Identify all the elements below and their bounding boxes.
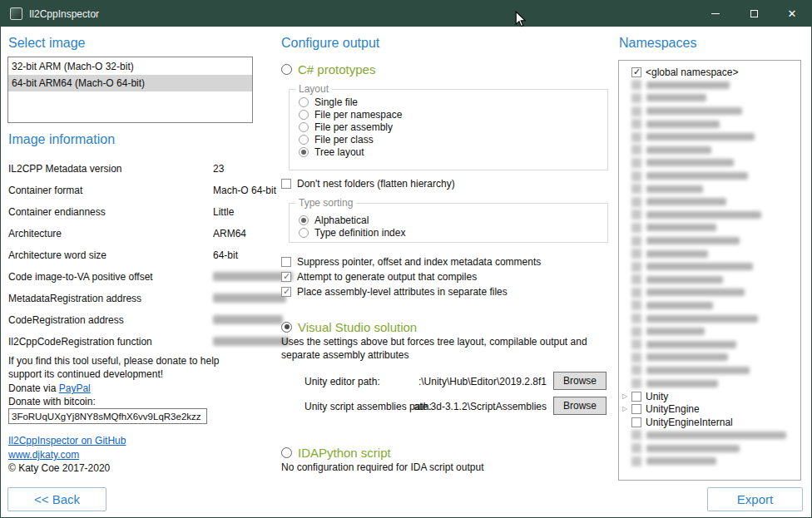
namespace-checkbox-icon[interactable] <box>631 158 641 168</box>
namespace-checkbox-icon[interactable] <box>631 365 641 375</box>
window-controls: ✕ <box>696 1 811 27</box>
namespace-checkbox-icon[interactable] <box>631 171 641 181</box>
select-image-header: Select image <box>8 36 86 51</box>
namespace-row[interactable] <box>622 274 797 287</box>
sorting-option[interactable]: Type definition index <box>299 226 607 239</box>
website-link[interactable]: www.djkaty.com <box>8 449 79 461</box>
namespace-row[interactable] <box>622 170 797 183</box>
namespace-checkbox-icon[interactable] <box>631 210 641 220</box>
namespace-row[interactable] <box>622 312 797 325</box>
github-link[interactable]: Il2CppInspector on GitHub <box>8 435 126 446</box>
namespace-checkbox-icon[interactable] <box>631 313 641 323</box>
image-list-item[interactable]: 64-bit ARM64 (Mach-O 64-bit) <box>8 75 252 91</box>
namespace-row[interactable] <box>622 286 797 299</box>
namespace-row[interactable] <box>622 455 797 468</box>
namespace-row[interactable]: UnityEngineInternal <box>622 416 797 429</box>
redacted-namespace <box>646 107 742 115</box>
namespace-row[interactable] <box>622 338 797 351</box>
namespace-checkbox-icon[interactable] <box>631 339 641 349</box>
image-listbox[interactable]: 32-bit ARM (Mach-O 32-bit) 64-bit ARM64 … <box>7 57 253 123</box>
option-checkbox[interactable]: Place assembly-level attributes in separ… <box>281 284 541 299</box>
namespace-row[interactable] <box>622 234 797 248</box>
namespace-checkbox-icon[interactable] <box>631 132 641 142</box>
namespace-checkbox-icon[interactable] <box>631 119 641 129</box>
namespace-checkbox-icon[interactable] <box>631 443 641 453</box>
namespace-checkbox-icon[interactable] <box>631 262 641 272</box>
close-button[interactable]: ✕ <box>773 1 811 27</box>
unity-editor-browse-button[interactable]: Browse <box>553 372 607 390</box>
namespace-row[interactable] <box>622 209 797 222</box>
namespace-row[interactable] <box>622 131 797 144</box>
namespace-checkbox-icon[interactable] <box>631 456 641 466</box>
back-button[interactable]: << Back <box>7 487 106 511</box>
redacted-namespace <box>646 263 753 270</box>
idapython-script-radio[interactable]: IDAPython script <box>281 445 391 460</box>
minimize-button[interactable] <box>696 1 735 27</box>
namespace-checkbox-icon[interactable] <box>631 184 641 194</box>
bitcoin-address-input[interactable] <box>8 408 207 424</box>
namespace-checkbox-icon[interactable] <box>631 430 641 440</box>
namespace-checkbox-icon[interactable] <box>631 327 641 337</box>
namespace-row[interactable] <box>622 260 797 274</box>
namespace-checkbox-icon[interactable] <box>631 106 641 116</box>
namespace-checkbox-icon[interactable] <box>631 288 641 298</box>
namespace-checkbox-icon[interactable] <box>631 392 641 402</box>
option-checkbox[interactable]: Attempt to generate output that compiles <box>281 269 541 284</box>
namespace-tree[interactable]: <global namespace> <box>618 60 801 481</box>
namespace-row[interactable] <box>622 351 797 364</box>
expander-icon[interactable] <box>622 406 631 412</box>
namespace-checkbox-icon[interactable] <box>631 223 641 233</box>
layout-option[interactable]: File per namespace <box>299 108 607 121</box>
namespace-row[interactable] <box>622 144 797 157</box>
csharp-prototypes-radio[interactable]: C# prototypes <box>281 62 375 76</box>
namespace-row[interactable] <box>622 364 797 377</box>
namespace-row[interactable] <box>622 442 797 455</box>
paypal-link[interactable]: PayPal <box>59 382 91 394</box>
namespace-row[interactable] <box>622 429 797 442</box>
namespace-checkbox-icon[interactable] <box>631 197 641 207</box>
namespace-checkbox-icon[interactable] <box>631 353 641 363</box>
namespace-checkbox-icon[interactable] <box>631 378 641 388</box>
namespace-row[interactable] <box>622 247 797 260</box>
namespace-checkbox-icon[interactable] <box>631 67 641 77</box>
namespace-row[interactable] <box>622 182 797 195</box>
namespace-row[interactable] <box>622 195 797 209</box>
namespace-row[interactable] <box>622 105 797 118</box>
title-bar[interactable]: Il2CppInspector ✕ <box>1 1 811 27</box>
namespace-checkbox-icon[interactable] <box>631 236 641 246</box>
namespace-row[interactable]: <global namespace> <box>622 66 797 79</box>
expander-icon[interactable] <box>622 393 631 400</box>
namespace-checkbox-icon[interactable] <box>631 274 641 284</box>
namespace-checkbox-icon[interactable] <box>631 417 641 427</box>
namespace-checkbox-icon[interactable] <box>631 93 641 103</box>
export-button[interactable]: Export <box>707 487 803 511</box>
maximize-button[interactable] <box>735 1 773 27</box>
option-label: Type definition index <box>314 227 405 239</box>
namespace-row[interactable] <box>622 156 797 170</box>
namespace-checkbox-icon[interactable] <box>631 249 641 259</box>
namespace-row[interactable] <box>622 91 797 105</box>
unity-scripts-browse-button[interactable]: Browse <box>553 397 607 415</box>
namespace-row[interactable]: Unity <box>622 390 797 403</box>
namespace-row[interactable] <box>622 221 797 234</box>
layout-option[interactable]: Tree layout <box>299 146 607 158</box>
image-list-item[interactable]: 32-bit ARM (Mach-O 32-bit) <box>8 58 252 75</box>
sorting-option[interactable]: Alphabetical <box>299 214 607 226</box>
namespace-checkbox-icon[interactable] <box>631 404 641 414</box>
namespace-row[interactable] <box>622 299 797 313</box>
namespace-checkbox-icon[interactable] <box>631 80 641 90</box>
idapython-script-label: IDAPython script <box>298 446 391 460</box>
namespace-checkbox-icon[interactable] <box>631 300 641 310</box>
namespace-row[interactable] <box>622 325 797 338</box>
namespace-row[interactable] <box>622 79 797 92</box>
namespace-row[interactable]: UnityEngine <box>622 402 797 416</box>
option-checkbox[interactable]: Suppress pointer, offset and index metad… <box>281 254 541 269</box>
namespace-row[interactable] <box>622 377 797 390</box>
namespace-checkbox-icon[interactable] <box>631 145 641 155</box>
namespace-row[interactable] <box>622 117 797 131</box>
visual-studio-solution-radio[interactable]: Visual Studio solution <box>281 319 417 334</box>
flatten-hierarchy-checkbox[interactable]: Don't nest folders (flatten hierarchy) <box>281 177 455 190</box>
layout-option[interactable]: Single file <box>299 96 607 108</box>
layout-option[interactable]: File per class <box>299 133 607 146</box>
layout-option[interactable]: File per assembly <box>299 121 607 133</box>
